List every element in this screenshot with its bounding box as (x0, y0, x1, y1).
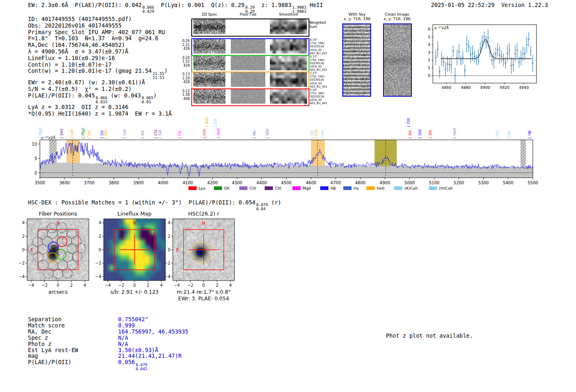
x-tick-label: 4900 (380, 181, 390, 185)
fiber-circle (57, 223, 67, 232)
fiber-plot-overlay: −4−4−2−2002244NE (11, 216, 95, 291)
data-point (491, 59, 492, 60)
match-field-value: 0.999 (118, 322, 135, 329)
x-tick-label: 4600 (306, 181, 316, 185)
smoothed-image (270, 39, 307, 53)
line-fit-plot: 012345648604880490049204940e⁻¹⁷x2Å (424, 21, 555, 101)
match-field-value: 0.755042" (118, 316, 148, 322)
pixel-flat-image (231, 89, 265, 104)
legend-label: Hγ (353, 186, 359, 190)
classification-summary-line: EW: 2.3±0.6Å P(LAE)/P(OII): 0.0420.0660.… (28, 2, 323, 14)
data-point (439, 71, 440, 72)
match-field-label: Match score (28, 322, 118, 329)
emission-line-label: { CIV (314, 129, 318, 139)
match-table-row: P(LAE)/P(OII)0.0560.0790.042 (28, 359, 188, 371)
match-field-label: P(LAE)/P(OII) (28, 359, 118, 371)
x-tick-label: −2 (118, 283, 124, 288)
y-tick-label: 6 (428, 27, 430, 31)
emission-line-label: { SiIV (60, 128, 64, 139)
legend-swatch (394, 186, 402, 190)
spec2d-column-header: Pixel Flat (230, 12, 267, 16)
legend-label: HeII (377, 186, 385, 190)
smoothed-image (270, 56, 307, 70)
data-point (507, 53, 508, 54)
y-tick-label: 5 (35, 156, 37, 161)
spec2d-row-source-label: 1.27"(716, 196)20220126v016_03402_RU_021 (310, 72, 334, 88)
emission-line-label: { Hγ (495, 130, 499, 139)
info-line: λ = 4900.56Å σ = 3.47(±0.97)Å (28, 49, 172, 55)
x-tick-label: −2 (42, 283, 48, 288)
x-tick-label: 0 (202, 283, 205, 288)
timestamp-version: 2025-01-05 22:52:29 Version 1.22.3 (431, 2, 548, 8)
y-tick-label: 0 (35, 171, 37, 175)
data-point (451, 64, 452, 65)
compass-north: N (133, 220, 136, 226)
data-point (515, 53, 516, 54)
data-point (503, 59, 504, 60)
legend-label: Hβ (330, 186, 336, 190)
spec2d-noise-image (193, 19, 225, 34)
legend-label: CIV (250, 186, 256, 190)
legend-swatch (214, 186, 222, 190)
match-table-row: RA, Dec164.756997, 46.453935 (28, 329, 188, 335)
spec2d-row-source-label: 0.71"(716, 196)20220126v016_01402_RU_021 (310, 55, 334, 72)
spec2d-row-left-stats: 0.241.52428 (178, 56, 190, 68)
emission-line-label: { SiIV (205, 117, 209, 128)
fiber-circle (47, 223, 57, 233)
spec2d-row-source-label: 0.70"(716, 196)20220126v016_02402_RU_021 (310, 38, 334, 55)
match-field-label: Photo z (28, 341, 118, 347)
data-point (443, 61, 444, 63)
x-tick-label: −4 (174, 283, 180, 288)
emission-line-label: { Lyα (70, 129, 74, 139)
emission-line-label: { OIII (406, 118, 411, 128)
data-point (455, 75, 456, 77)
x-tick-label: 4300 (232, 181, 242, 185)
hsc-dex-summary-line: HSC-DEX : Possible Matches = 1 (within +… (28, 199, 281, 211)
y-tick-label: 1 (428, 65, 430, 70)
y-tick-label: 2 (428, 58, 430, 62)
emission-line-label: { CIV (154, 129, 158, 139)
x-tick-label: 5400 (503, 181, 513, 185)
legend-label: OII (224, 186, 230, 190)
y-tick-label: 2 (99, 234, 101, 239)
x-tick-label: 4 (229, 283, 232, 288)
y-tick-label: 2 (168, 234, 170, 239)
cutout-caption-2: EWr: 3. PLAE: 0.054 (154, 295, 253, 302)
x-tick-label: 3700 (84, 181, 94, 185)
emission-line-label: { OII (310, 130, 314, 139)
match-table-row: Est LyA rest-EW3.50(±0.93)Å (28, 347, 188, 353)
x-tick-label: −4 (105, 283, 111, 288)
match-table-row: Match score0.999 (28, 322, 188, 329)
data-point (482, 41, 483, 42)
x-tick-label: 5500 (527, 181, 538, 185)
y-tick-label: 10 (32, 142, 37, 146)
emission-line-label: { NV (408, 130, 412, 139)
x-tick-label: 4500 (281, 181, 291, 185)
match-table-row: Spec zN/A (28, 335, 188, 341)
emission-line-label: { SiIV (265, 128, 269, 139)
with-sky-canvas (343, 24, 370, 96)
spec2d-noise-image (193, 39, 225, 53)
emission-line-label: { HeII (453, 128, 457, 139)
compass-north: N (202, 220, 205, 226)
data-point (497, 49, 498, 51)
x-tick-label: 3800 (109, 181, 119, 185)
spec2d-noise-image (193, 56, 225, 70)
emission-line-label: { CII (178, 131, 182, 139)
legend-label: (H)CaII (439, 186, 453, 190)
fiber-circle (42, 237, 52, 246)
clean-image-title: Clean Imagex, y: 716, 196 (372, 12, 422, 21)
data-point (488, 37, 489, 39)
data-point (493, 60, 495, 61)
y-tick-label: 4 (168, 220, 170, 225)
y-tick-label: −2 (95, 261, 101, 265)
y-tick-label: 4 (22, 220, 25, 225)
photz-note: Phot z plot not available. (386, 332, 473, 339)
data-point (456, 57, 458, 58)
data-point (483, 37, 485, 38)
data-point (466, 44, 467, 45)
compass-east: E (30, 247, 33, 253)
y-tick-label: 4 (99, 220, 101, 225)
y-tick-label: −4 (164, 274, 170, 279)
data-point (474, 56, 475, 58)
